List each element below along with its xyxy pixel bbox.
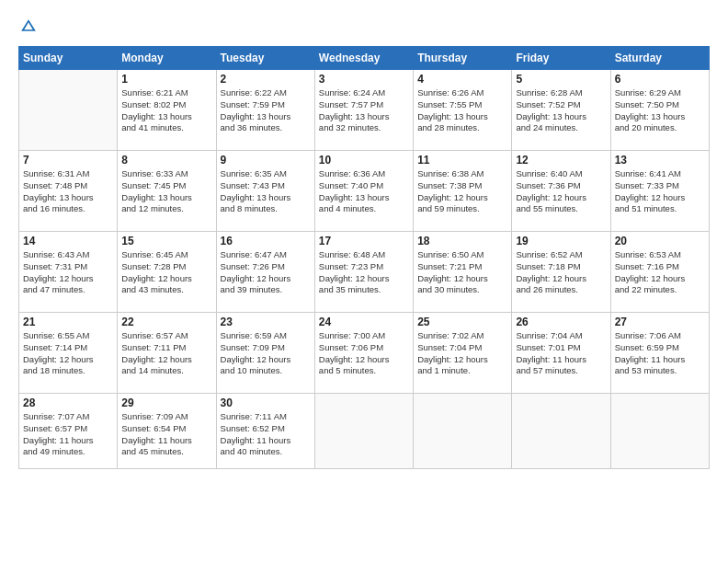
day-number: 3	[319, 73, 409, 86]
day-number: 28	[23, 396, 113, 409]
calendar-cell: 26Sunrise: 7:04 AM Sunset: 7:01 PM Dayli…	[512, 313, 610, 394]
day-info: Sunrise: 6:29 AM Sunset: 7:50 PM Dayligh…	[615, 87, 705, 134]
day-info: Sunrise: 7:02 AM Sunset: 7:04 PM Dayligh…	[417, 330, 507, 377]
week-row-1: 1Sunrise: 6:21 AM Sunset: 8:02 PM Daylig…	[19, 70, 710, 151]
calendar-cell: 21Sunrise: 6:55 AM Sunset: 7:14 PM Dayli…	[19, 313, 118, 394]
calendar-cell: 28Sunrise: 7:07 AM Sunset: 6:57 PM Dayli…	[19, 394, 118, 469]
day-info: Sunrise: 6:22 AM Sunset: 7:59 PM Dayligh…	[221, 87, 311, 134]
day-info: Sunrise: 6:45 AM Sunset: 7:28 PM Dayligh…	[121, 249, 211, 296]
page: SundayMondayTuesdayWednesdayThursdayFrid…	[0, 0, 728, 563]
day-number: 6	[615, 73, 705, 86]
week-row-5: 28Sunrise: 7:07 AM Sunset: 6:57 PM Dayli…	[19, 394, 710, 469]
calendar-cell: 15Sunrise: 6:45 AM Sunset: 7:28 PM Dayli…	[118, 232, 216, 313]
day-number: 18	[417, 235, 507, 247]
day-info: Sunrise: 6:55 AM Sunset: 7:14 PM Dayligh…	[23, 330, 113, 377]
logo	[18, 17, 42, 37]
calendar-cell: 8Sunrise: 6:33 AM Sunset: 7:45 PM Daylig…	[118, 151, 216, 232]
calendar-cell: 7Sunrise: 6:31 AM Sunset: 7:48 PM Daylig…	[19, 151, 118, 232]
day-info: Sunrise: 6:38 AM Sunset: 7:38 PM Dayligh…	[417, 168, 507, 215]
day-info: Sunrise: 6:26 AM Sunset: 7:55 PM Dayligh…	[417, 87, 507, 134]
day-number: 17	[319, 235, 409, 247]
weekday-header-saturday: Saturday	[610, 47, 709, 70]
weekday-header-wednesday: Wednesday	[314, 47, 413, 70]
day-info: Sunrise: 6:47 AM Sunset: 7:26 PM Dayligh…	[221, 249, 311, 296]
day-number: 22	[121, 316, 211, 328]
day-number: 24	[319, 316, 409, 328]
calendar-cell: 10Sunrise: 6:36 AM Sunset: 7:40 PM Dayli…	[314, 151, 413, 232]
day-info: Sunrise: 7:00 AM Sunset: 7:06 PM Dayligh…	[319, 330, 409, 377]
calendar-cell: 23Sunrise: 6:59 AM Sunset: 7:09 PM Dayli…	[216, 313, 314, 394]
day-number: 1	[121, 73, 211, 86]
weekday-header-row: SundayMondayTuesdayWednesdayThursdayFrid…	[19, 47, 710, 70]
day-info: Sunrise: 6:43 AM Sunset: 7:31 PM Dayligh…	[23, 249, 113, 296]
calendar-cell: 12Sunrise: 6:40 AM Sunset: 7:36 PM Dayli…	[512, 151, 610, 232]
day-info: Sunrise: 7:09 AM Sunset: 6:54 PM Dayligh…	[121, 411, 211, 458]
day-number: 23	[221, 316, 311, 328]
day-number: 21	[23, 316, 113, 328]
weekday-header-friday: Friday	[512, 47, 610, 70]
calendar-cell: 27Sunrise: 7:06 AM Sunset: 6:59 PM Dayli…	[610, 313, 709, 394]
calendar-cell: 6Sunrise: 6:29 AM Sunset: 7:50 PM Daylig…	[610, 70, 709, 151]
day-number: 10	[319, 154, 409, 167]
weekday-header-tuesday: Tuesday	[216, 47, 314, 70]
day-info: Sunrise: 6:21 AM Sunset: 8:02 PM Dayligh…	[121, 87, 211, 134]
calendar-cell: 2Sunrise: 6:22 AM Sunset: 7:59 PM Daylig…	[216, 70, 314, 151]
weekday-header-sunday: Sunday	[19, 47, 118, 70]
day-info: Sunrise: 7:04 AM Sunset: 7:01 PM Dayligh…	[516, 330, 606, 377]
day-info: Sunrise: 6:50 AM Sunset: 7:21 PM Dayligh…	[417, 249, 507, 296]
weekday-header-monday: Monday	[118, 47, 216, 70]
day-number: 27	[615, 316, 705, 328]
calendar-cell: 11Sunrise: 6:38 AM Sunset: 7:38 PM Dayli…	[414, 151, 512, 232]
calendar-cell: 9Sunrise: 6:35 AM Sunset: 7:43 PM Daylig…	[216, 151, 314, 232]
calendar-cell	[610, 394, 709, 469]
header	[18, 17, 710, 37]
day-number: 20	[615, 235, 705, 247]
day-number: 9	[221, 154, 311, 167]
calendar-cell: 14Sunrise: 6:43 AM Sunset: 7:31 PM Dayli…	[19, 232, 118, 313]
calendar-cell: 5Sunrise: 6:28 AM Sunset: 7:52 PM Daylig…	[512, 70, 610, 151]
day-number: 13	[615, 154, 705, 167]
day-info: Sunrise: 6:53 AM Sunset: 7:16 PM Dayligh…	[615, 249, 705, 296]
calendar-cell: 13Sunrise: 6:41 AM Sunset: 7:33 PM Dayli…	[610, 151, 709, 232]
calendar-cell: 18Sunrise: 6:50 AM Sunset: 7:21 PM Dayli…	[414, 232, 512, 313]
calendar-cell: 20Sunrise: 6:53 AM Sunset: 7:16 PM Dayli…	[610, 232, 709, 313]
day-number: 30	[221, 396, 311, 409]
day-number: 16	[221, 235, 311, 247]
day-number: 4	[417, 73, 507, 86]
day-info: Sunrise: 7:06 AM Sunset: 6:59 PM Dayligh…	[615, 330, 705, 377]
day-info: Sunrise: 6:28 AM Sunset: 7:52 PM Dayligh…	[516, 87, 606, 134]
day-number: 2	[221, 73, 311, 86]
weekday-header-thursday: Thursday	[414, 47, 512, 70]
calendar-cell: 22Sunrise: 6:57 AM Sunset: 7:11 PM Dayli…	[118, 313, 216, 394]
week-row-4: 21Sunrise: 6:55 AM Sunset: 7:14 PM Dayli…	[19, 313, 710, 394]
calendar-table: SundayMondayTuesdayWednesdayThursdayFrid…	[18, 46, 710, 469]
day-number: 26	[516, 316, 606, 328]
day-info: Sunrise: 6:24 AM Sunset: 7:57 PM Dayligh…	[319, 87, 409, 134]
day-info: Sunrise: 6:40 AM Sunset: 7:36 PM Dayligh…	[516, 168, 606, 215]
day-number: 25	[417, 316, 507, 328]
logo-icon	[18, 17, 39, 37]
calendar-cell: 29Sunrise: 7:09 AM Sunset: 6:54 PM Dayli…	[118, 394, 216, 469]
day-number: 19	[516, 235, 606, 247]
day-number: 11	[417, 154, 507, 167]
day-number: 15	[121, 235, 211, 247]
day-info: Sunrise: 6:52 AM Sunset: 7:18 PM Dayligh…	[516, 249, 606, 296]
calendar-cell	[414, 394, 512, 469]
calendar-cell: 19Sunrise: 6:52 AM Sunset: 7:18 PM Dayli…	[512, 232, 610, 313]
calendar-cell: 17Sunrise: 6:48 AM Sunset: 7:23 PM Dayli…	[314, 232, 413, 313]
day-number: 29	[121, 396, 211, 409]
day-number: 12	[516, 154, 606, 167]
day-info: Sunrise: 7:11 AM Sunset: 6:52 PM Dayligh…	[221, 411, 311, 458]
calendar-cell: 30Sunrise: 7:11 AM Sunset: 6:52 PM Dayli…	[216, 394, 314, 469]
day-info: Sunrise: 6:59 AM Sunset: 7:09 PM Dayligh…	[221, 330, 311, 377]
day-info: Sunrise: 6:41 AM Sunset: 7:33 PM Dayligh…	[615, 168, 705, 215]
week-row-3: 14Sunrise: 6:43 AM Sunset: 7:31 PM Dayli…	[19, 232, 710, 313]
calendar-cell	[314, 394, 413, 469]
calendar-cell	[512, 394, 610, 469]
day-info: Sunrise: 6:36 AM Sunset: 7:40 PM Dayligh…	[319, 168, 409, 215]
day-info: Sunrise: 7:07 AM Sunset: 6:57 PM Dayligh…	[23, 411, 113, 458]
day-info: Sunrise: 6:35 AM Sunset: 7:43 PM Dayligh…	[221, 168, 311, 215]
calendar-cell	[19, 70, 118, 151]
day-info: Sunrise: 6:31 AM Sunset: 7:48 PM Dayligh…	[23, 168, 113, 215]
day-info: Sunrise: 6:48 AM Sunset: 7:23 PM Dayligh…	[319, 249, 409, 296]
